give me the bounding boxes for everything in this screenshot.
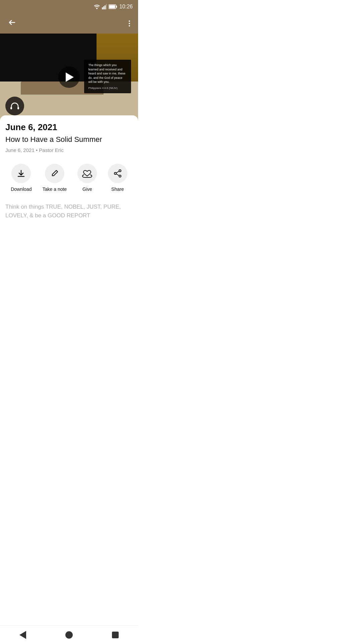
give-icon [82, 169, 92, 178]
headphone-button[interactable] [5, 97, 24, 115]
more-button[interactable] [126, 18, 133, 29]
wifi-icon [94, 4, 100, 9]
pencil-icon [50, 169, 59, 178]
header [0, 13, 138, 34]
video-container: The things which you learned and receive… [0, 34, 138, 121]
give-circle [77, 164, 97, 183]
back-button[interactable] [5, 16, 19, 31]
more-dot-2 [129, 23, 130, 24]
meta-separator: • [36, 147, 39, 153]
svg-rect-8 [10, 107, 12, 109]
download-icon [17, 169, 25, 178]
svg-rect-2 [103, 6, 104, 9]
svg-rect-7 [109, 5, 115, 8]
svg-point-0 [96, 8, 98, 9]
scripture-text: The things which you learned and receive… [88, 63, 127, 84]
meta-pastor: Pastor Eric [39, 147, 63, 153]
note-circle [45, 164, 64, 183]
give-label: Give [82, 186, 92, 192]
stage-scene: The things which you learned and receive… [0, 34, 138, 121]
sermon-meta: June 6, 2021 • Pastor Eric [5, 147, 133, 153]
meta-date: June 6, 2021 [5, 147, 35, 153]
battery-icon [109, 4, 117, 9]
svg-rect-6 [116, 6, 117, 8]
share-icon [113, 169, 122, 178]
note-label: Take a note [43, 186, 67, 192]
nav-home-button[interactable] [65, 631, 73, 639]
share-label: Share [111, 186, 124, 192]
headphone-icon [10, 102, 19, 110]
status-time: 10:26 [119, 4, 133, 10]
more-dot-1 [129, 20, 130, 22]
nav-back-button[interactable] [19, 631, 26, 639]
svg-rect-1 [102, 7, 103, 9]
scripture-overlay: The things which you learned and receive… [84, 60, 131, 93]
content-area: June 6, 2021 How to Have a Solid Summer … [0, 115, 138, 226]
play-icon [66, 72, 74, 82]
svg-rect-9 [17, 107, 19, 109]
more-dot-3 [129, 25, 130, 26]
download-label: Download [11, 186, 32, 192]
description: Think on things TRUE, NOBEL, JUST, PURE,… [5, 203, 133, 220]
download-circle [11, 164, 31, 183]
bottom-nav [0, 625, 138, 644]
actions-bar: Download Take a note Give [5, 164, 133, 192]
give-action[interactable]: Give [77, 164, 97, 192]
note-action[interactable]: Take a note [43, 164, 67, 192]
share-action[interactable]: Share [108, 164, 127, 192]
signal-icon [102, 4, 107, 9]
sermon-date: June 6, 2021 [5, 122, 133, 132]
status-bar: 10:26 [0, 0, 138, 13]
share-circle [108, 164, 127, 183]
nav-recents-button[interactable] [112, 632, 119, 638]
play-button[interactable] [58, 66, 80, 88]
sermon-title: How to Have a Solid Summer [5, 135, 133, 144]
svg-rect-3 [105, 5, 106, 9]
status-icons: 10:26 [94, 4, 133, 10]
svg-rect-4 [106, 4, 107, 9]
download-action[interactable]: Download [11, 164, 32, 192]
scripture-reference: Philippians 4:4-9 (NKJV) [88, 86, 127, 90]
